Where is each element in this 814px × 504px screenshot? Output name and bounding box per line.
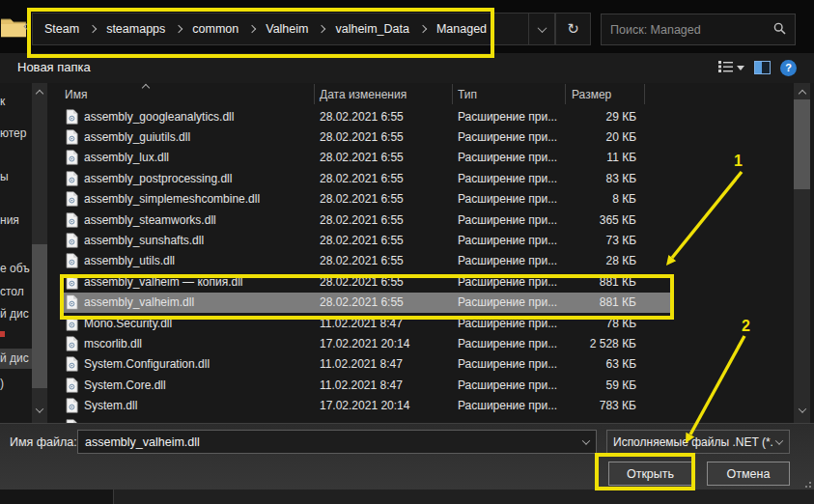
filename-input[interactable]: assembly_valheim.dll [77, 430, 597, 454]
file-size: 73 КБ [565, 234, 644, 247]
dll-file-icon [66, 233, 78, 248]
dll-file-icon [66, 378, 78, 393]
file-row[interactable]: assembly_postprocessing.dll 28.02.2021 6… [50, 168, 794, 188]
list-scrollbar[interactable] [794, 83, 810, 423]
help-icon[interactable]: ? [780, 60, 797, 76]
file-row[interactable]: System.dll 17.02.2021 20:14 Расширение п… [50, 395, 794, 415]
file-row[interactable]: System.Core.dll 11.02.2021 8:47 Расширен… [50, 375, 794, 395]
column-header-name[interactable]: Имя [65, 88, 87, 101]
file-name: mscorlib.dll [84, 337, 142, 350]
file-date: 28.02.2021 6:55 [314, 172, 452, 185]
file-row[interactable]: assembly_steamworks.dll 28.02.2021 6:55 … [50, 210, 794, 230]
file-list: Имя Дата изменения Тип Размер assembly_ [50, 83, 794, 423]
new-folder-button[interactable]: Новая папка [17, 60, 91, 74]
file-date: 28.02.2021 6:55 [314, 213, 452, 227]
preview-pane-icon[interactable] [754, 61, 771, 74]
filename-value: assembly_valheim.dll [78, 435, 579, 449]
file-type: Расширение при... [452, 213, 565, 227]
sidebar-scrollbar[interactable] [32, 83, 47, 423]
file-type: Расширение при... [452, 337, 565, 350]
refresh-icon: ↻ [567, 20, 579, 38]
scroll-up-icon[interactable] [799, 90, 806, 98]
breadcrumb-item[interactable]: valheim_Data [331, 20, 412, 38]
sidebar-item-fragment[interactable]: ютер [0, 126, 26, 140]
file-date: 17.02.2021 20:14 [314, 337, 452, 350]
file-name: System.Core.dll [84, 378, 166, 392]
file-size: 8 КБ [565, 192, 644, 206]
file-type: Расширение при... [452, 151, 565, 164]
file-type: Расширение при... [452, 130, 565, 144]
file-row[interactable]: assembly_lux.dll 28.02.2021 6:55 Расшире… [50, 148, 794, 168]
file-name: assembly_guiutils.dll [84, 130, 190, 144]
sidebar-item-fragment[interactable]: е объ [0, 262, 30, 275]
file-name: assembly_googleanalytics.dll [84, 110, 234, 124]
file-row[interactable]: assembly_guiutils.dll 28.02.2021 6:55 Ра… [50, 126, 794, 147]
file-size: 881 КБ [565, 275, 644, 289]
dll-file-icon [66, 150, 78, 165]
list-scrollbar-thumb[interactable] [794, 99, 810, 189]
chevron-down-icon [737, 66, 744, 70]
file-row-partial[interactable] [50, 416, 794, 423]
sidebar-scrollbar-thumb[interactable] [32, 244, 47, 388]
file-name: System.dll [84, 399, 137, 412]
file-type: Расширение при... [452, 254, 565, 267]
file-size: 83 КБ [565, 172, 644, 185]
sidebar-item-fragment[interactable]: к [0, 95, 5, 108]
file-row[interactable]: System.Configuration.dll 11.02.2021 8:47… [50, 354, 794, 375]
file-size: 365 КБ [565, 213, 644, 227]
breadcrumb-item[interactable]: Managed [433, 20, 491, 38]
open-button[interactable]: Открыть [608, 462, 692, 486]
sidebar-item-fragment[interactable]: ) [0, 377, 4, 390]
file-row[interactable]: assembly_simplemeshcombine.dll 28.02.202… [50, 189, 794, 210]
file-row[interactable]: assembly_valheim.dll 28.02.2021 6:55 Рас… [50, 293, 794, 313]
sidebar-item-fragment[interactable]: ния [0, 213, 19, 227]
view-mode-button[interactable] [718, 59, 744, 76]
dll-file-icon [66, 294, 78, 310]
breadcrumb-item[interactable]: Valheim [262, 20, 312, 38]
sidebar-item-fragment[interactable]: стол [0, 285, 24, 298]
file-size: 63 КБ [565, 357, 644, 371]
file-type: Расширение при... [452, 317, 565, 330]
file-date: 11.02.2021 8:47 [314, 317, 452, 330]
file-row[interactable]: assembly_googleanalytics.dll 28.02.2021 … [50, 106, 794, 126]
chevron-down-icon [775, 436, 783, 444]
scroll-up-icon[interactable] [36, 90, 43, 98]
file-row[interactable]: assembly_sunshafts.dll 28.02.2021 6:55 Р… [50, 230, 794, 250]
resize-grip[interactable] [802, 479, 811, 488]
sidebar-item-fragment[interactable]: й дис [0, 349, 32, 369]
refresh-button[interactable]: ↻ [555, 13, 591, 45]
column-header-date[interactable]: Дата изменения [320, 88, 407, 101]
open-file-dialog: SteamsteamappscommonValheimvalheim_DataM… [0, 0, 814, 504]
file-row[interactable]: assembly_utils.dll 28.02.2021 6:55 Расши… [50, 251, 794, 271]
file-type: Расширение при... [452, 399, 565, 412]
breadcrumb-item[interactable]: common [188, 20, 242, 38]
sort-ascending-icon [142, 84, 150, 92]
file-row[interactable]: Mono.Security.dll 11.02.2021 8:47 Расшир… [50, 313, 794, 333]
search-box[interactable]: Поиск: Managed [601, 14, 796, 45]
file-type: Расширение при... [452, 357, 565, 371]
file-row[interactable]: mscorlib.dll 17.02.2021 20:14 Расширение… [50, 333, 794, 353]
dll-file-icon [66, 253, 78, 268]
address-dropdown-button[interactable] [528, 14, 554, 44]
sidebar-item-fragment[interactable]: ы [0, 170, 9, 183]
navigation-pane: кютерынияе объстолй дисй дис) [0, 83, 50, 423]
sidebar-item-fragment[interactable]: й дис [0, 307, 29, 321]
file-date: 17.02.2021 20:14 [314, 399, 452, 412]
file-row[interactable]: assembly_valheim — копия.dll 28.02.2021 … [50, 271, 794, 292]
cancel-button[interactable]: Отмена [707, 462, 790, 486]
scroll-down-icon[interactable] [36, 405, 43, 412]
filetype-select[interactable]: Исполняемые файлы .NET (*. [606, 430, 790, 454]
breadcrumb-item[interactable]: steamapps [102, 20, 169, 38]
address-bar[interactable]: SteamsteamappscommonValheimvalheim_DataM… [32, 13, 555, 45]
column-header-size[interactable]: Размер [572, 88, 611, 101]
scroll-down-icon[interactable] [799, 405, 806, 412]
column-header-type[interactable]: Тип [458, 88, 477, 101]
file-name: assembly_valheim — копия.dll [84, 275, 242, 289]
breadcrumb-separator-icon [175, 25, 182, 33]
file-date: 28.02.2021 6:55 [314, 254, 452, 267]
column-headers: Имя Дата изменения Тип Размер [50, 83, 794, 106]
breadcrumb-item[interactable]: Steam [41, 20, 83, 38]
file-type: Расширение при... [452, 275, 565, 289]
file-type: Расширение при... [452, 172, 565, 185]
background-window-edge [0, 490, 814, 504]
